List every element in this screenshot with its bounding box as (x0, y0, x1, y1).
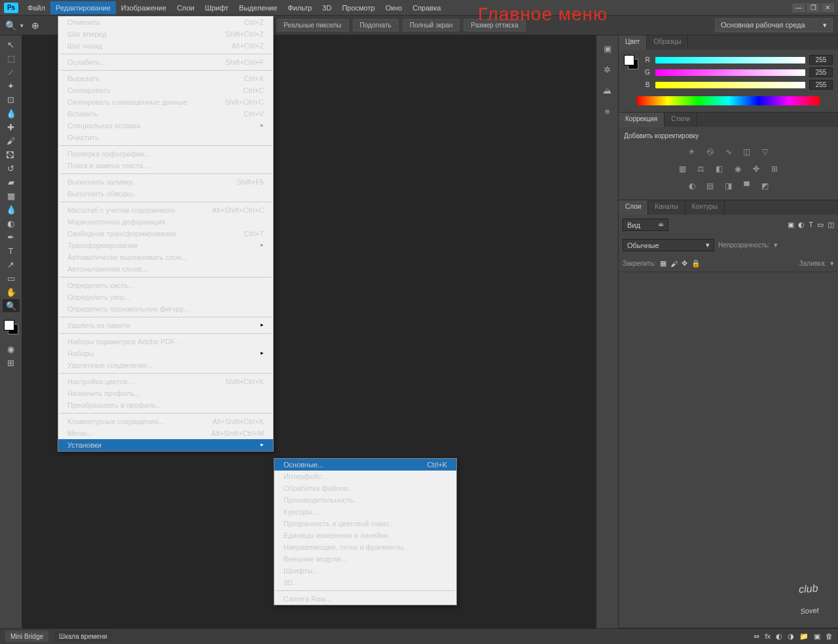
menuitem-Обработка файлов...[interactable]: Обработка файлов... (274, 482, 456, 494)
blend-mode-select[interactable]: Обычные▾ (623, 239, 714, 251)
hand-tool[interactable]: ✋ (3, 285, 20, 298)
marquee-tool[interactable]: ⬚ (3, 52, 20, 65)
option-Подогнать[interactable]: Подогнать (353, 19, 399, 31)
menu-Окно[interactable]: Окно (380, 1, 408, 14)
menuitem-Шаг назад[interactable]: Шаг назадAlt+Ctrl+Z (58, 40, 273, 52)
menu-Шрифт[interactable]: Шрифт (200, 1, 234, 14)
adj-threshold-icon[interactable]: ◨ (723, 180, 735, 192)
wand-tool[interactable]: ✦ (3, 79, 20, 92)
fx-icon[interactable]: fx (765, 632, 771, 641)
spectrum-bar[interactable] (637, 96, 820, 105)
dodge-tool[interactable]: ◐ (3, 217, 20, 230)
g-value[interactable]: 255 (809, 67, 833, 77)
menuitem-Курсоры...[interactable]: Курсоры... (274, 506, 456, 518)
crop-tool[interactable]: ⊡ (3, 93, 20, 106)
dock-icon-4[interactable]: ≡ (601, 105, 614, 118)
mask-icon[interactable]: ◐ (776, 632, 782, 641)
tab-layers[interactable]: Слои (619, 200, 648, 215)
footer-tab-timeline[interactable]: Шкала времени (54, 631, 112, 642)
filter-shape-icon[interactable]: ▭ (817, 221, 824, 229)
shape-tool[interactable]: ▭ (3, 272, 20, 285)
close-button[interactable]: ✕ (821, 3, 834, 12)
menu-Фильтр[interactable]: Фильтр (282, 1, 317, 14)
menuitem-Меню...[interactable]: Меню...Alt+Shift+Ctrl+M (58, 427, 273, 439)
adj-poster-icon[interactable]: ▤ (704, 180, 716, 192)
brush-tool[interactable]: 🖌 (3, 134, 20, 147)
link-icon[interactable]: ⇔ (754, 632, 759, 641)
zoom-tool[interactable]: 🔍 (3, 299, 20, 312)
lock-all-icon[interactable]: 🔒 (691, 259, 701, 268)
menuitem-Шрифты...[interactable]: Шрифты... (274, 565, 456, 577)
path-tool[interactable]: ↗ (3, 258, 20, 271)
lock-position-icon[interactable]: ✥ (682, 259, 687, 268)
menuitem-Удалить из памяти[interactable]: Удалить из памяти (58, 319, 273, 331)
adj-exposure-icon[interactable]: ◫ (741, 146, 753, 158)
footer-tab-minibridge[interactable]: Mini Bridge (5, 631, 48, 642)
dock-icon-1[interactable]: ▣ (601, 42, 614, 55)
option-Полный экран[interactable]: Полный экран (403, 19, 460, 31)
lasso-tool[interactable]: ⟋ (3, 65, 20, 79)
adj-vibrance-icon[interactable]: ▽ (759, 146, 771, 158)
menuitem-Удаленные соединения...[interactable]: Удаленные соединения... (58, 359, 273, 371)
gradient-tool[interactable]: ▦ (3, 189, 20, 202)
filter-pixel-icon[interactable]: ▣ (788, 221, 794, 229)
r-value[interactable]: 255 (809, 55, 833, 65)
menuitem-Производительность...[interactable]: Производительность... (274, 494, 456, 506)
workspace-selector[interactable]: Основная рабочая среда▾ (715, 18, 833, 32)
b-slider[interactable] (655, 82, 805, 88)
eyedropper-tool[interactable]: 💧 (3, 107, 20, 120)
menu-Просмотр[interactable]: Просмотр (337, 1, 380, 14)
tab-adjustments[interactable]: Коррекция (619, 113, 665, 127)
minimize-button[interactable]: — (792, 3, 805, 12)
lock-transparent-icon[interactable]: ▦ (660, 259, 666, 268)
menuitem-Camera Raw...[interactable]: Camera Raw... (274, 593, 456, 605)
adj-selective-icon[interactable]: ◩ (759, 180, 771, 192)
g-slider[interactable] (655, 69, 805, 76)
menuitem-Отменить[interactable]: ОтменитьCtrl+Z (58, 16, 273, 28)
b-value[interactable]: 255 (809, 80, 833, 90)
filter-adj-icon[interactable]: ◐ (798, 221, 805, 229)
stamp-tool[interactable]: ⛞ (3, 148, 20, 161)
maximize-button[interactable]: ❐ (807, 3, 820, 12)
dock-icon-2[interactable]: ✲ (601, 63, 614, 76)
tab-styles[interactable]: Стили (665, 113, 697, 127)
zoom-glass-icon[interactable]: ⊕ (31, 20, 39, 31)
r-slider[interactable] (655, 57, 805, 63)
menu-3D[interactable]: 3D (317, 1, 337, 14)
history-brush-tool[interactable]: ↺ (3, 162, 20, 175)
filter-type-icon[interactable]: T (809, 221, 813, 229)
folder-icon[interactable]: 📁 (799, 632, 809, 641)
move-tool[interactable]: ↖ (3, 38, 20, 51)
adj-brightness-icon[interactable]: ☀ (686, 146, 698, 158)
adj-curves-icon[interactable]: ∿ (723, 146, 735, 158)
menuitem-Прозрачность и цветовой охват...[interactable]: Прозрачность и цветовой охват... (274, 518, 456, 529)
menuitem-Направляющие, сетка и фрагменты...[interactable]: Направляющие, сетка и фрагменты... (274, 541, 456, 553)
menu-Справка[interactable]: Справка (407, 1, 446, 14)
screenmode-icon[interactable]: ⊞ (3, 356, 20, 369)
lock-paint-icon[interactable]: 🖌 (670, 260, 678, 268)
tab-swatches[interactable]: Образцы (647, 35, 688, 50)
menuitem-3D...[interactable]: 3D... (274, 577, 456, 588)
eraser-tool[interactable]: ▰ (3, 175, 20, 188)
blur-tool[interactable]: 💧 (3, 203, 20, 216)
menu-Изображение[interactable]: Изображение (116, 1, 172, 14)
menuitem-Шаг вперед[interactable]: Шаг впередShift+Ctrl+Z (58, 28, 273, 40)
option-Реальные пикселы[interactable]: Реальные пикселы (276, 19, 348, 31)
pen-tool[interactable]: ✒ (3, 230, 20, 243)
quickmask-icon[interactable]: ◉ (3, 342, 20, 355)
color-swatch[interactable] (4, 320, 18, 334)
layer-kind-select[interactable]: Вид≑ (623, 219, 668, 231)
tab-channels[interactable]: Каналы (648, 200, 685, 215)
new-icon[interactable]: ▣ (814, 632, 820, 641)
menuitem-Наборы параметров Adobe PDF...[interactable]: Наборы параметров Adobe PDF... (58, 336, 273, 348)
adj-bw-icon[interactable]: ◧ (714, 163, 725, 175)
menu-Файл[interactable]: Файл (22, 1, 50, 14)
menuitem-Наборы[interactable]: Наборы (58, 348, 273, 359)
type-tool[interactable]: T (3, 244, 20, 257)
adj-hue-icon[interactable]: ▦ (677, 163, 689, 175)
adj-levels-icon[interactable]: ⛗ (704, 146, 716, 158)
heal-tool[interactable]: ✚ (3, 120, 20, 134)
tab-paths[interactable]: Контуры (685, 200, 725, 215)
adj-icon[interactable]: ◑ (788, 632, 794, 641)
menu-Выделение[interactable]: Выделение (234, 1, 282, 14)
